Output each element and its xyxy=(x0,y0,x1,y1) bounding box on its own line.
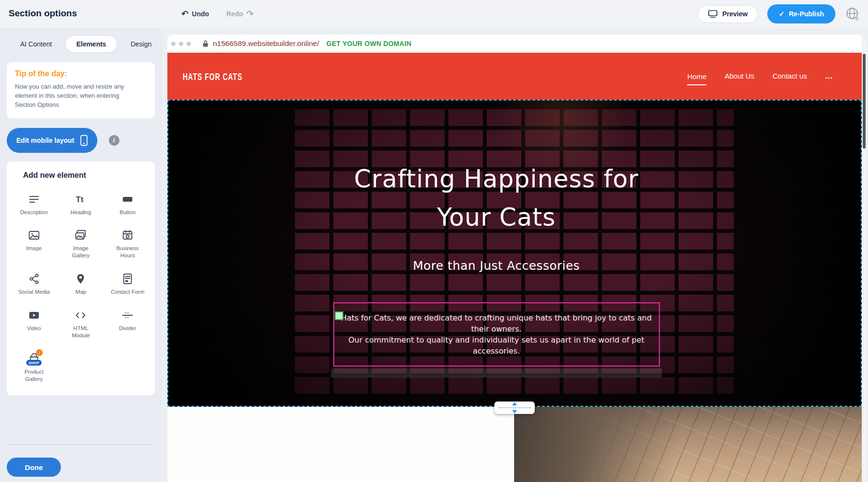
divider-icon xyxy=(121,309,134,321)
image-icon xyxy=(28,229,40,241)
video-icon xyxy=(28,309,40,321)
preview-button[interactable]: Preview xyxy=(698,5,758,23)
contact-form-icon xyxy=(121,273,134,285)
tab-ai-content[interactable]: AI Content xyxy=(18,36,54,52)
pavement-photo xyxy=(514,407,862,482)
phone-icon xyxy=(80,135,88,146)
social-media-icon xyxy=(28,273,40,285)
sidebar-tabs: AI Content Elements Design xyxy=(0,28,162,53)
check-icon: ✓ xyxy=(779,10,785,18)
nav-item-home[interactable]: Home xyxy=(687,72,706,85)
site-nav: Home About Us Contact us ... xyxy=(687,72,833,81)
element-item-image-gallery[interactable]: Image Gallery xyxy=(58,229,105,259)
element-item-heading[interactable]: Tt Heading xyxy=(58,193,105,216)
dotted-line xyxy=(498,407,531,408)
arrow-up-icon xyxy=(512,402,517,405)
element-hover-highlight xyxy=(331,368,662,378)
hero-heading[interactable]: Crafting Happiness for Your Cats xyxy=(354,160,639,237)
business-hours-icon xyxy=(121,229,134,241)
scrollbar-track[interactable] xyxy=(862,34,866,482)
nav-item-contact[interactable]: Contact us xyxy=(773,72,807,81)
tip-title: Tip of the day: xyxy=(15,69,147,78)
shop-badge: SHOP xyxy=(26,360,42,366)
element-item-map[interactable]: Map xyxy=(58,273,105,296)
next-section[interactable] xyxy=(167,407,862,482)
site-canvas: HATS FOR CATS Home About Us Contact us .… xyxy=(167,53,862,482)
website-builder-app: Section options ↶ Undo Redo ↷ Preview ✓ xyxy=(0,0,868,482)
history-controls: ↶ Undo Redo ↷ xyxy=(181,0,254,28)
element-item-divider[interactable]: Divider xyxy=(104,309,151,339)
element-item-business-hours[interactable]: Business Hours xyxy=(104,229,151,259)
info-icon[interactable]: i xyxy=(109,135,119,146)
element-item-video[interactable]: Video xyxy=(11,309,58,339)
get-domain-link[interactable]: GET YOUR OWN DOMAIN xyxy=(326,40,411,47)
element-item-description[interactable]: Description xyxy=(11,193,58,216)
add-new-element-card: Add new element Description Tt Heading xyxy=(7,161,155,396)
lock-icon xyxy=(202,40,209,47)
edit-mobile-layout-button[interactable]: Edit mobile layout xyxy=(7,128,97,153)
image-gallery-icon xyxy=(74,229,87,241)
done-button[interactable]: Done xyxy=(7,458,61,477)
tab-elements[interactable]: Elements xyxy=(65,35,117,53)
hero-subheading[interactable]: More than Just Accessories xyxy=(413,259,580,273)
hero-content: Crafting Happiness for Your Cats More th… xyxy=(167,100,825,378)
add-new-element-title: Add new element xyxy=(23,171,151,180)
window-dots xyxy=(171,42,191,46)
site-logo[interactable]: HATS FOR CATS xyxy=(183,70,242,82)
text-element-drag-handle[interactable] xyxy=(335,311,343,320)
browser-frame: n1566589.websitebuilder.online/ GET YOUR… xyxy=(167,34,862,482)
map-pin-icon xyxy=(74,273,87,285)
upgrade-badge-icon: ↑ xyxy=(36,349,43,356)
redo-icon: ↷ xyxy=(246,10,254,18)
element-grid: Description Tt Heading Button xyxy=(11,193,151,383)
element-item-contact-form[interactable]: Contact Form xyxy=(104,273,151,296)
html-module-icon xyxy=(74,309,87,321)
sidebar-divider xyxy=(8,444,153,445)
element-item-social-media[interactable]: Social Media xyxy=(11,273,58,296)
nav-item-about[interactable]: About Us xyxy=(725,72,754,81)
sidebar: AI Content Elements Design Tip of the da… xyxy=(0,28,162,482)
topbar-actions: Preview ✓ Re-Publish xyxy=(698,0,860,28)
section-resize-handle[interactable] xyxy=(494,402,535,414)
tab-design[interactable]: Design xyxy=(129,36,153,52)
page-title: Section options xyxy=(9,8,77,19)
topbar: Section options ↶ Undo Redo ↷ Preview ✓ xyxy=(0,0,868,28)
description-icon xyxy=(28,193,40,206)
tip-body: Now you can add, move and resize any ele… xyxy=(15,82,140,110)
monitor-icon xyxy=(708,10,718,19)
element-item-image[interactable]: Image xyxy=(11,229,58,259)
undo-button[interactable]: ↶ Undo xyxy=(181,10,209,18)
site-header[interactable]: HATS FOR CATS Home About Us Contact us .… xyxy=(167,53,862,100)
language-globe-button[interactable] xyxy=(845,6,860,22)
republish-button[interactable]: ✓ Re-Publish xyxy=(767,4,835,23)
hero-section[interactable]: Crafting Happiness for Your Cats More th… xyxy=(167,100,862,407)
svg-text:Tt: Tt xyxy=(76,195,83,204)
button-icon xyxy=(121,193,134,206)
element-item-product-gallery[interactable]: ↑ SHOP Product Gallery xyxy=(11,353,58,383)
undo-icon: ↶ xyxy=(181,10,188,18)
scrollbar-thumb[interactable] xyxy=(863,54,866,149)
arrow-down-icon xyxy=(512,410,517,413)
element-item-html-module[interactable]: HTML Module xyxy=(58,309,105,339)
site-url[interactable]: n1566589.websitebuilder.online/ xyxy=(213,39,319,48)
text-element-selected[interactable]: Hats for Cats, we are dedicated to craft… xyxy=(333,302,660,367)
heading-icon: Tt xyxy=(74,193,87,206)
browser-chrome: n1566589.websitebuilder.online/ GET YOUR… xyxy=(167,34,862,53)
tip-of-the-day-card: Tip of the day: Now you can add, move an… xyxy=(7,62,155,118)
redo-button[interactable]: Redo ↷ xyxy=(226,10,254,18)
nav-more-button[interactable]: ... xyxy=(825,72,833,80)
element-item-button[interactable]: Button xyxy=(104,193,151,216)
globe-icon xyxy=(845,6,860,22)
